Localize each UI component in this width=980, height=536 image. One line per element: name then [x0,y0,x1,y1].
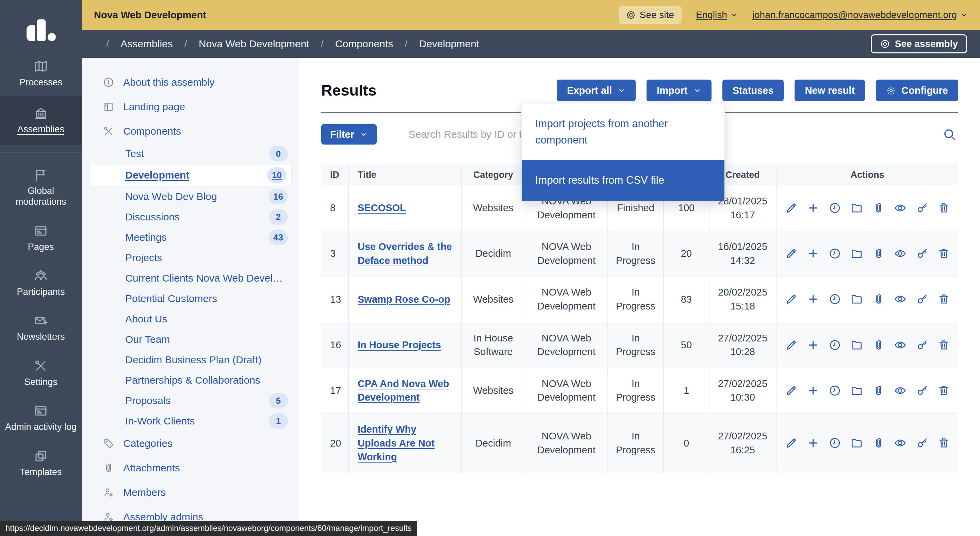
sidebar-item-templates[interactable]: Templates [0,441,82,486]
sidebar-item-participants[interactable]: Participants [0,260,82,305]
result-title-link[interactable]: Use Overrides & the Deface method [358,241,452,266]
assembly-menu-item-decidim-business-plan-draft-[interactable]: Decidim Business Plan (Draft) [82,350,299,370]
pencil-icon[interactable] [785,202,798,214]
result-title-link[interactable]: Identify Why Uploads Are Not Working [358,424,434,462]
breadcrumb-item-nova-web-development[interactable]: Nova Web Development [199,38,309,50]
see-assembly-button[interactable]: See assembly [871,34,967,53]
result-title-link[interactable]: In House Projects [358,339,441,350]
key-icon[interactable] [916,247,928,260]
result-title-link[interactable]: Swamp Rose Co-op [358,294,450,305]
assembly-menu-item-projects[interactable]: Projects [82,247,299,268]
result-title-link[interactable]: SECOSOL [358,202,406,213]
trash-icon[interactable] [937,293,950,305]
sidebar-item-global-moderations[interactable]: Global moderations [0,160,82,216]
assembly-menu-item-attachments[interactable]: Attachments [82,456,299,480]
assembly-menu-item-proposals[interactable]: Proposals5 [82,390,299,411]
pencil-icon[interactable] [785,339,798,351]
paperclip-icon[interactable] [872,247,885,260]
assembly-menu-item-in-work-clients[interactable]: In-Work Clients1 [82,411,299,431]
assembly-menu-item-current-clients-nova-web-development[interactable]: Current Clients Nova Web Development [82,268,299,289]
eye-icon[interactable] [894,437,907,449]
paperclip-icon[interactable] [872,202,885,214]
trash-icon[interactable] [937,384,950,397]
eye-icon[interactable] [894,293,907,305]
import-menu-item-2[interactable]: Import results from CSV file [522,160,724,201]
assembly-menu-item-test[interactable]: Test0 [82,144,299,164]
folder-icon[interactable] [850,247,863,260]
eye-icon[interactable] [894,339,907,351]
assembly-menu-item-about-this-assembly[interactable]: About this assembly [82,70,299,95]
paperclip-icon[interactable] [872,293,885,305]
key-icon[interactable] [916,293,928,305]
paperclip-icon[interactable] [872,339,885,351]
breadcrumb-item-development[interactable]: Development [419,38,479,50]
assembly-menu-item-discussions[interactable]: Discussions2 [82,207,299,227]
pencil-icon[interactable] [785,437,798,449]
see-site-link[interactable]: See site [619,6,682,24]
search-icon[interactable] [942,127,957,142]
clock-icon[interactable] [829,202,841,214]
plus-icon[interactable] [807,202,819,214]
assembly-menu-item-about-us[interactable]: About Us [82,309,299,329]
breadcrumb-item-components[interactable]: Components [335,38,393,50]
key-icon[interactable] [916,437,928,449]
eye-icon[interactable] [894,247,907,260]
key-icon[interactable] [916,202,928,214]
folder-icon[interactable] [850,293,863,305]
plus-icon[interactable] [807,293,819,305]
statuses-button[interactable]: Statuses [722,79,784,101]
assembly-menu-item-components[interactable]: Components [82,119,299,144]
plus-icon[interactable] [807,437,819,449]
account-menu[interactable]: johan.francocampos@novawebdevelopment.or… [752,10,968,21]
folder-icon[interactable] [850,437,863,449]
assembly-menu-item-our-team[interactable]: Our Team [82,329,299,350]
clock-icon[interactable] [829,339,841,351]
clock-icon[interactable] [829,437,841,449]
eye-icon[interactable] [894,202,907,214]
language-menu[interactable]: English [696,10,738,21]
plus-icon[interactable] [807,339,819,351]
clock-icon[interactable] [829,247,841,260]
pencil-icon[interactable] [785,384,798,397]
trash-icon[interactable] [937,202,950,214]
paperclip-icon[interactable] [872,437,885,449]
eye-icon[interactable] [894,384,907,397]
configure-button[interactable]: Configure [876,79,958,101]
folder-icon[interactable] [850,339,863,351]
assembly-menu-item-partnerships-collaborations[interactable]: Partnerships & Collaborations [82,370,299,390]
sidebar-item-newsletters[interactable]: Newsletters [0,305,82,350]
import-button[interactable]: Import [646,79,711,101]
trash-icon[interactable] [937,247,950,260]
filter-button[interactable]: Filter [321,124,377,144]
assembly-menu-item-potential-customers[interactable]: Potential Customers [82,289,299,309]
export-all-button[interactable]: Export all [557,79,636,101]
plus-icon[interactable] [807,247,819,260]
sidebar-item-admin-activity-log[interactable]: Admin activity log [0,396,82,441]
assembly-menu-item-categories[interactable]: Categories [82,431,299,456]
assembly-menu-item-nova-web-dev-blog[interactable]: Nova Web Dev Blog16 [82,186,299,207]
decidim-logo[interactable] [0,0,82,51]
sidebar-item-pages[interactable]: Pages [0,216,82,260]
sidebar-item-processes[interactable]: Processes [0,51,82,96]
breadcrumb-item-assemblies[interactable]: Assemblies [121,38,172,50]
clock-icon[interactable] [829,293,841,305]
key-icon[interactable] [916,384,928,397]
plus-icon[interactable] [807,384,819,397]
import-menu-item-1[interactable]: Import projects from another component [522,104,724,160]
assembly-menu-item-meetings[interactable]: Meetings43 [82,227,299,247]
assembly-menu-item-development[interactable]: Development10 [90,165,291,186]
clock-icon[interactable] [829,384,841,397]
new-result-button[interactable]: New result [795,79,865,101]
trash-icon[interactable] [937,339,950,351]
pencil-icon[interactable] [785,247,798,260]
assembly-menu-item-members[interactable]: Members [82,480,299,505]
result-title-link[interactable]: CPA And Nova Web Development [358,378,449,403]
trash-icon[interactable] [937,437,950,449]
folder-icon[interactable] [850,384,863,397]
folder-icon[interactable] [850,202,863,214]
assembly-menu-item-landing-page[interactable]: Landing page [82,95,299,119]
pencil-icon[interactable] [785,293,798,305]
paperclip-icon[interactable] [872,384,885,397]
sidebar-item-assemblies[interactable]: Assemblies [0,96,82,145]
key-icon[interactable] [916,339,928,351]
